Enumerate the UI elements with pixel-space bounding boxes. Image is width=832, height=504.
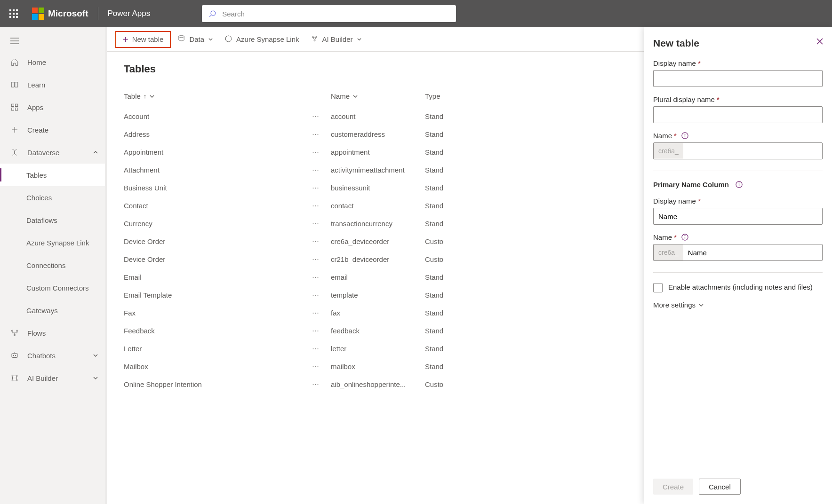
table-row[interactable]: Device Order⋯cr21b_deviceorderCusto xyxy=(124,250,634,268)
nav-label: Dataflows xyxy=(26,216,57,224)
column-header-table[interactable]: Table ↑ xyxy=(124,92,331,100)
nav-item-dataflows[interactable]: Dataflows xyxy=(0,209,107,231)
row-actions-button[interactable]: ⋯ xyxy=(312,255,331,263)
search-box[interactable] xyxy=(202,5,456,22)
primary-display-name-input[interactable] xyxy=(654,208,822,224)
nav-collapse-button[interactable] xyxy=(0,31,107,51)
table-row[interactable]: Attachment⋯activitymimeattachmentStand xyxy=(124,161,634,179)
row-actions-button[interactable]: ⋯ xyxy=(312,130,331,138)
cancel-button[interactable]: Cancel xyxy=(699,479,741,495)
close-panel-button[interactable] xyxy=(816,38,824,47)
row-actions-button[interactable]: ⋯ xyxy=(312,148,331,156)
nav-item-learn[interactable]: Learn xyxy=(0,73,107,96)
nav-item-azure-synapse-link[interactable]: Azure Synapse Link xyxy=(0,231,107,254)
nav-item-gateways[interactable]: Gateways xyxy=(0,299,107,322)
nav-item-tables[interactable]: Tables xyxy=(0,164,107,186)
table-row[interactable]: Address⋯customeraddressStand xyxy=(124,125,634,143)
app-launcher-icon[interactable] xyxy=(0,0,27,27)
table-row[interactable]: Feedback⋯feedbackStand xyxy=(124,322,634,339)
nav-item-apps[interactable]: Apps xyxy=(0,96,107,118)
chevron-down-icon xyxy=(149,94,155,99)
row-table: Contact xyxy=(124,202,312,210)
primary-name-input[interactable] xyxy=(683,244,822,260)
nav-item-chatbots[interactable]: Chatbots xyxy=(0,344,107,367)
panel-title: New table xyxy=(653,38,823,49)
new-table-button[interactable]: + New table xyxy=(115,31,171,48)
svg-rect-5 xyxy=(11,104,14,106)
table-row[interactable]: Email Template⋯templateStand xyxy=(124,286,634,304)
table-row[interactable]: Mailbox⋯mailboxStand xyxy=(124,357,634,375)
table-row[interactable]: Business Unit⋯businessunitStand xyxy=(124,179,634,197)
row-actions-button[interactable]: ⋯ xyxy=(312,219,331,228)
table-row[interactable]: Currency⋯transactioncurrencyStand xyxy=(124,214,634,232)
nav-item-choices[interactable]: Choices xyxy=(0,186,107,209)
ai-builder-menu[interactable]: AI Builder xyxy=(306,32,367,47)
row-table: Address xyxy=(124,130,312,138)
plural-name-input[interactable] xyxy=(654,107,822,123)
table-row[interactable]: Letter⋯letterStand xyxy=(124,339,634,357)
table-row[interactable]: Appointment⋯appointmentStand xyxy=(124,143,634,161)
svg-point-16 xyxy=(16,355,16,356)
column-header-name[interactable]: Name xyxy=(331,92,425,100)
brand-text: Microsoft xyxy=(48,8,88,19)
data-menu[interactable]: Data xyxy=(173,32,218,47)
nav-item-home[interactable]: Home xyxy=(0,51,107,73)
row-type: Stand xyxy=(425,327,481,335)
row-actions-button[interactable]: ⋯ xyxy=(312,201,331,210)
info-icon[interactable] xyxy=(736,181,743,188)
table-row[interactable]: Fax⋯faxStand xyxy=(124,304,634,322)
chevron-up-icon xyxy=(93,149,98,157)
row-table: Feedback xyxy=(124,327,312,335)
row-actions-button[interactable]: ⋯ xyxy=(312,308,331,317)
nav-item-flows[interactable]: Flows xyxy=(0,322,107,344)
chevron-down-icon xyxy=(208,35,213,43)
info-icon[interactable] xyxy=(681,132,688,139)
nav-item-custom-connectors[interactable]: Custom Connectors xyxy=(0,276,107,299)
row-actions-button[interactable]: ⋯ xyxy=(312,291,331,299)
row-name: feedback xyxy=(331,327,425,335)
nav-label: Chatbots xyxy=(27,352,56,360)
table-row[interactable]: Device Order⋯cre6a_deviceorderCusto xyxy=(124,232,634,250)
search-input[interactable] xyxy=(221,9,449,18)
row-actions-button[interactable]: ⋯ xyxy=(312,344,331,353)
table-row[interactable]: Account⋯accountStand xyxy=(124,107,634,125)
row-actions-button[interactable]: ⋯ xyxy=(312,183,331,192)
nav-item-ai-builder[interactable]: AI Builder xyxy=(0,367,107,389)
svg-point-26 xyxy=(179,35,184,37)
svg-point-19 xyxy=(16,375,17,377)
display-name-input[interactable] xyxy=(654,71,822,87)
row-actions-button[interactable]: ⋯ xyxy=(312,112,331,120)
row-actions-button[interactable]: ⋯ xyxy=(312,380,331,388)
nav-item-connections[interactable]: Connections xyxy=(0,254,107,276)
table-row[interactable]: Email⋯emailStand xyxy=(124,268,634,286)
row-name: businessunit xyxy=(331,184,425,192)
row-actions-button[interactable]: ⋯ xyxy=(312,326,331,335)
row-actions-button[interactable]: ⋯ xyxy=(312,237,331,245)
column-header-type[interactable]: Type xyxy=(425,92,481,100)
svg-rect-7 xyxy=(11,108,14,110)
create-button[interactable]: Create xyxy=(653,479,693,495)
nav-label: Apps xyxy=(27,103,43,111)
primary-name-prefix: cre6a_ xyxy=(654,244,683,260)
chevron-down-icon xyxy=(352,94,358,99)
svg-line-1 xyxy=(209,15,211,16)
row-actions-button[interactable]: ⋯ xyxy=(312,165,331,174)
table-row[interactable]: Online Shopper Intention⋯aib_onlineshopp… xyxy=(124,375,634,393)
nav-label: AI Builder xyxy=(27,374,58,382)
row-actions-button[interactable]: ⋯ xyxy=(312,362,331,370)
nav-label: Dataverse xyxy=(27,149,59,157)
row-name: email xyxy=(331,273,425,281)
svg-point-20 xyxy=(12,379,13,381)
name-input[interactable] xyxy=(683,143,822,159)
nav-item-create[interactable]: Create xyxy=(0,118,107,141)
info-icon[interactable] xyxy=(681,234,688,241)
divider xyxy=(98,7,98,20)
row-type: Stand xyxy=(425,166,481,174)
more-settings-toggle[interactable]: More settings xyxy=(653,301,823,309)
enable-attachments-checkbox[interactable] xyxy=(653,283,663,292)
row-actions-button[interactable]: ⋯ xyxy=(312,273,331,281)
nav-item-dataverse[interactable]: Dataverse xyxy=(0,141,107,164)
azure-synapse-button[interactable]: Azure Synapse Link xyxy=(220,32,304,47)
home-icon xyxy=(10,58,19,66)
table-row[interactable]: Contact⋯contactStand xyxy=(124,197,634,214)
